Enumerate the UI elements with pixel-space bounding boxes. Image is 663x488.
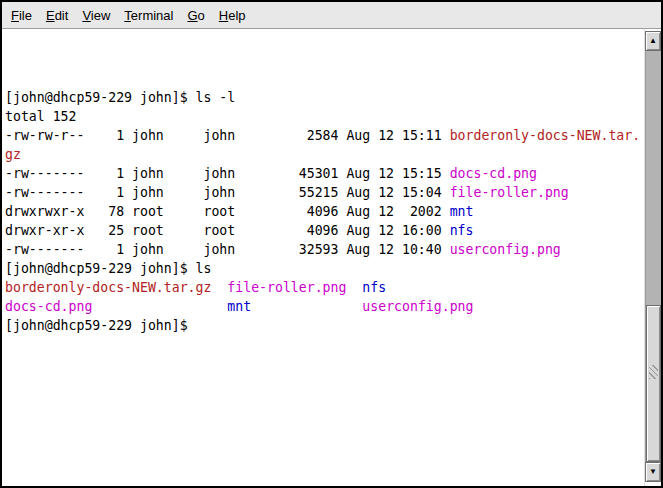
filename-image: userconfig.png — [450, 242, 561, 257]
terminal-text — [346, 280, 362, 295]
menu-item-edit[interactable]: Edit — [39, 4, 75, 27]
menu-item-accelerator: T — [124, 8, 131, 23]
menu-item-file[interactable]: File — [4, 4, 39, 27]
terminal-line: borderonly-docs-NEW.tar.gz file-roller.p… — [5, 278, 644, 297]
terminal-text: -rw-rw-r-- 1 john john 2584 Aug 12 15:11 — [5, 128, 450, 143]
menu-item-terminal[interactable]: Terminal — [117, 4, 180, 27]
terminal-text: [john@dhcp59-229 john]$ ls -l — [5, 90, 235, 105]
scrollbar-grip-icon — [649, 365, 658, 379]
menu-item-accelerator: G — [187, 8, 197, 23]
filename-image: userconfig.png — [362, 299, 473, 314]
terminal-text: total 152 — [5, 109, 76, 124]
menu-item-accelerator: H — [219, 8, 228, 23]
filename-dir: nfs — [450, 223, 474, 238]
terminal-line: [john@dhcp59-229 john]$ — [5, 316, 644, 335]
scrollbar-track[interactable] — [645, 51, 661, 462]
menu-bar: FileEditViewTerminalGoHelp — [2, 2, 661, 29]
menu-item-accelerator: V — [82, 8, 90, 23]
terminal-line: [john@dhcp59-229 john]$ ls — [5, 259, 644, 278]
terminal-text: -rw------- 1 john john 55215 Aug 12 15:0… — [5, 185, 450, 200]
scroll-up-button[interactable]: ▲ — [645, 31, 661, 51]
terminal-line: total 152 — [5, 107, 644, 126]
terminal-text: drwxr-xr-x 25 root root 4096 Aug 12 16:0… — [5, 223, 450, 238]
scroll-up-icon: ▲ — [649, 37, 657, 45]
terminal-line: -rw------- 1 john john 45301 Aug 12 15:1… — [5, 164, 644, 183]
filename-archive: borderonly-docs-NEW.tar.gz — [5, 280, 211, 295]
scrollbar: ▲ ▼ — [644, 29, 661, 486]
terminal-text — [251, 299, 362, 314]
terminal-line: -rw------- 1 john john 32593 Aug 12 10:4… — [5, 240, 644, 259]
menu-item-help[interactable]: Help — [212, 4, 253, 27]
terminal-text: [john@dhcp59-229 john]$ ls — [5, 261, 211, 276]
menu-item-view[interactable]: View — [75, 4, 117, 27]
menu-item-accelerator: F — [11, 8, 19, 23]
terminal-line: drwxr-xr-x 25 root root 4096 Aug 12 16:0… — [5, 221, 644, 240]
terminal-line: [john@dhcp59-229 john]$ ls -l — [5, 88, 644, 107]
window-content: [john@dhcp59-229 john]$ ls -ltotal 152-r… — [2, 29, 661, 486]
filename-image: docs-cd.png — [5, 299, 92, 314]
terminal-text — [211, 280, 227, 295]
filename-dir: mnt — [227, 299, 251, 314]
terminal-text — [92, 299, 227, 314]
filename-image: file-roller.png — [227, 280, 346, 295]
filename-image: docs-cd.png — [450, 166, 537, 181]
terminal-line: drwxrwxr-x 78 root root 4096 Aug 12 2002… — [5, 202, 644, 221]
scroll-down-icon: ▼ — [649, 468, 657, 476]
terminal-text: -rw------- 1 john john 45301 Aug 12 15:1… — [5, 166, 450, 181]
terminal-text: drwxrwxr-x 78 root root 4096 Aug 12 2002 — [5, 204, 450, 219]
menu-item-accelerator: E — [46, 8, 55, 23]
terminal-line: gz — [5, 145, 644, 164]
filename-archive: borderonly-docs-NEW.tar. — [450, 128, 641, 143]
terminal-text: -rw------- 1 john john 32593 Aug 12 10:4… — [5, 242, 450, 257]
terminal-window: FileEditViewTerminalGoHelp [john@dhcp59-… — [0, 0, 663, 488]
filename-dir: nfs — [362, 280, 386, 295]
terminal-line: -rw-rw-r-- 1 john john 2584 Aug 12 15:11… — [5, 126, 644, 145]
scroll-down-button[interactable]: ▼ — [645, 462, 661, 482]
terminal-line: docs-cd.png mnt userconfig.png — [5, 297, 644, 316]
filename-archive: gz — [5, 147, 21, 162]
filename-image: file-roller.png — [450, 185, 569, 200]
terminal-text: [john@dhcp59-229 john]$ — [5, 318, 188, 333]
menu-item-go[interactable]: Go — [180, 4, 211, 27]
terminal-line: -rw------- 1 john john 55215 Aug 12 15:0… — [5, 183, 644, 202]
scrollbar-thumb[interactable] — [646, 305, 661, 462]
terminal-output[interactable]: [john@dhcp59-229 john]$ ls -ltotal 152-r… — [2, 29, 644, 486]
filename-dir: mnt — [450, 204, 474, 219]
